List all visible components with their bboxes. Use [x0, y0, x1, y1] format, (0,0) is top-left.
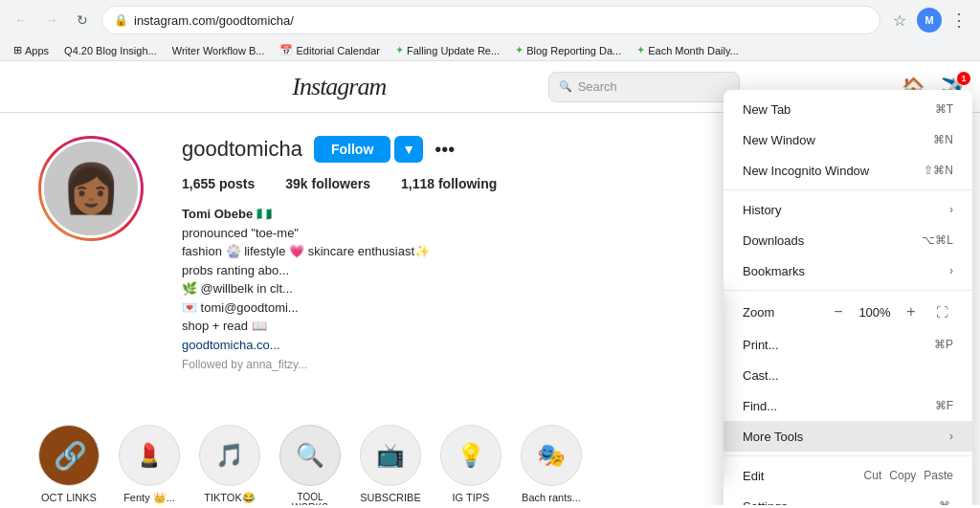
posts-count: 1,655 — [182, 176, 215, 191]
highlight-circle-tools: 🔍 — [279, 425, 341, 486]
apps-icon: ⊞ — [13, 44, 22, 56]
copy-button[interactable]: Copy — [889, 469, 916, 482]
highlight-circle-fenty: 💄 — [119, 425, 180, 486]
browser-toolbar: ← → ↻ 🔒 instagram.com/goodtomicha/ ☆ M ⋮ — [0, 0, 980, 40]
menu-history-label: History — [743, 203, 781, 217]
reload-button[interactable]: ↻ — [69, 7, 96, 33]
following-label: following — [438, 176, 497, 191]
menu-new-tab-shortcut: ⌘T — [935, 102, 953, 116]
instagram-logo: Instagram — [292, 73, 386, 101]
menu-button[interactable]: ⋮ — [946, 7, 972, 33]
profile-avatar-ring: 👩🏾 — [38, 136, 144, 241]
zoom-out-button[interactable]: − — [827, 300, 850, 323]
menu-cast[interactable]: Cast... — [724, 360, 972, 390]
menu-section-3: Zoom − 100% + ⛶ Print... ⌘P Cast... Find… — [724, 290, 972, 455]
menu-new-tab-label: New Tab — [743, 102, 791, 117]
bookmark-1[interactable]: Q4.20 Blog Insigh... — [58, 43, 163, 58]
menu-zoom: Zoom − 100% + ⛶ — [724, 295, 972, 329]
menu-section-4: Edit Cut Copy Paste Settings ⌘, Help › — [724, 455, 972, 505]
bookmarks-bar: ⊞ Apps Q4.20 Blog Insigh... Writer Workf… — [0, 40, 980, 61]
bookmark-3-label: Editorial Calendar — [296, 45, 379, 56]
followers-count: 39k — [285, 176, 307, 191]
highlight-ig-tips[interactable]: 💡 IG TIPS — [440, 425, 501, 505]
profile-avatar-image: 👩🏾 — [41, 139, 141, 238]
zoom-control: − 100% + ⛶ — [827, 300, 953, 323]
back-button[interactable]: ← — [8, 7, 34, 33]
highlight-tools[interactable]: 🔍 TOOLWORKS — [279, 425, 341, 505]
menu-cast-label: Cast... — [743, 368, 779, 383]
menu-find[interactable]: Find... ⌘F — [724, 390, 972, 421]
fullscreen-button[interactable]: ⛶ — [930, 300, 953, 323]
follow-button[interactable]: Follow — [314, 136, 390, 163]
menu-settings-shortcut: ⌘, — [939, 499, 953, 505]
menu-print[interactable]: Print... ⌘P — [724, 329, 972, 360]
star-button[interactable]: ☆ — [886, 7, 913, 33]
highlight-oct-links[interactable]: 🔗 OCT LINKS — [38, 425, 100, 505]
menu-print-shortcut: ⌘P — [934, 338, 953, 351]
menu-more-tools[interactable]: More Tools › — [724, 421, 972, 452]
more-options-button[interactable]: ••• — [434, 139, 455, 161]
menu-bookmarks-label: Bookmarks — [743, 264, 805, 278]
menu-edit-label: Edit — [743, 469, 764, 483]
paste-button[interactable]: Paste — [924, 469, 953, 482]
cut-button[interactable]: Cut — [864, 469, 882, 482]
nav-buttons: ← → ↻ — [8, 7, 96, 33]
highlight-circle-oct: 🔗 — [38, 425, 100, 486]
follow-dropdown-button[interactable]: ▼ — [394, 136, 423, 163]
bookmark-4-label: Falling Update Re... — [407, 45, 500, 56]
bookmark-3[interactable]: 📅 Editorial Calendar — [274, 42, 385, 58]
following-stat: 1,118 following — [401, 176, 497, 191]
page-content: Instagram 🔍 Search 🏠 ✈️1 👩🏾 goodtomicha … — [0, 61, 980, 505]
menu-downloads[interactable]: Downloads ⌥⌘L — [724, 225, 972, 255]
menu-new-tab[interactable]: New Tab ⌘T — [724, 94, 972, 124]
menu-more-tools-label: More Tools — [743, 430, 803, 444]
menu-bookmarks-arrow: › — [949, 264, 953, 277]
menu-section-2: History › Downloads ⌥⌘L Bookmarks › — [724, 189, 972, 290]
menu-new-window-shortcut: ⌘N — [933, 133, 953, 146]
bookmark-4[interactable]: ✦ Falling Update Re... — [390, 42, 505, 58]
account-avatar[interactable]: M — [917, 8, 942, 33]
highlight-label-tiktok: TIKTOK😂 — [204, 492, 256, 504]
menu-bookmarks[interactable]: Bookmarks › — [724, 255, 972, 286]
address-bar[interactable]: 🔒 instagram.com/goodtomicha/ — [101, 6, 880, 34]
notification-badge: 1 — [957, 72, 970, 85]
highlight-label-ig-tips: IG TIPS — [453, 492, 490, 503]
highlight-circle-ig-tips: 💡 — [440, 425, 501, 486]
lock-icon: 🔒 — [114, 13, 128, 27]
menu-incognito[interactable]: New Incognito Window ⇧⌘N — [724, 155, 972, 186]
menu-history[interactable]: History › — [724, 194, 972, 225]
posts-label: posts — [219, 176, 255, 191]
highlight-fenty[interactable]: 💄 Fenty 👑... — [119, 425, 180, 505]
bio-link[interactable]: goodtomicha.co... — [182, 338, 280, 352]
menu-edit-row: Edit Cut Copy Paste — [724, 460, 972, 491]
highlight-subscribe[interactable]: 📺 SUBSCRIBE — [360, 425, 421, 505]
menu-settings[interactable]: Settings ⌘, — [724, 491, 972, 505]
search-bar[interactable]: 🔍 Search — [548, 72, 740, 102]
profile-username: goodtomicha — [182, 137, 302, 162]
forward-button[interactable]: → — [38, 7, 65, 33]
highlight-label-subscribe: SUBSCRIBE — [360, 492, 421, 503]
zoom-in-button[interactable]: + — [900, 300, 923, 323]
bookmark-4-icon: ✦ — [395, 44, 404, 56]
bookmark-apps[interactable]: ⊞ Apps — [8, 42, 55, 58]
highlight-circle-bach: 🎭 — [521, 425, 582, 486]
highlight-label-tools: TOOLWORKS — [292, 492, 328, 505]
highlight-bach-rants[interactable]: 🎭 Bach rants... — [521, 425, 582, 505]
bookmark-2-label: Writer Workflow B... — [172, 45, 265, 56]
highlight-label-bach: Bach rants... — [522, 492, 581, 503]
menu-find-shortcut: ⌘F — [935, 399, 953, 412]
menu-new-window-label: New Window — [743, 133, 815, 147]
bookmark-2[interactable]: Writer Workflow B... — [167, 43, 271, 58]
menu-zoom-label: Zoom — [743, 305, 774, 320]
bookmark-6[interactable]: ✦ Each Month Daily... — [631, 42, 745, 58]
highlight-tiktok[interactable]: 🎵 TIKTOK😂 — [199, 425, 260, 505]
edit-actions: Cut Copy Paste — [864, 469, 953, 482]
menu-section-1: New Tab ⌘T New Window ⌘N New Incognito W… — [724, 90, 972, 189]
bookmark-5-icon: ✦ — [515, 44, 523, 56]
menu-new-window[interactable]: New Window ⌘N — [724, 124, 972, 155]
bookmark-5[interactable]: ✦ Blog Reporting Da... — [509, 42, 627, 58]
zoom-value: 100% — [858, 305, 892, 320]
highlight-circle-subscribe: 📺 — [360, 425, 421, 486]
browser-chrome: ← → ↻ 🔒 instagram.com/goodtomicha/ ☆ M ⋮… — [0, 0, 980, 61]
url-text: instagram.com/goodtomicha/ — [134, 13, 294, 28]
